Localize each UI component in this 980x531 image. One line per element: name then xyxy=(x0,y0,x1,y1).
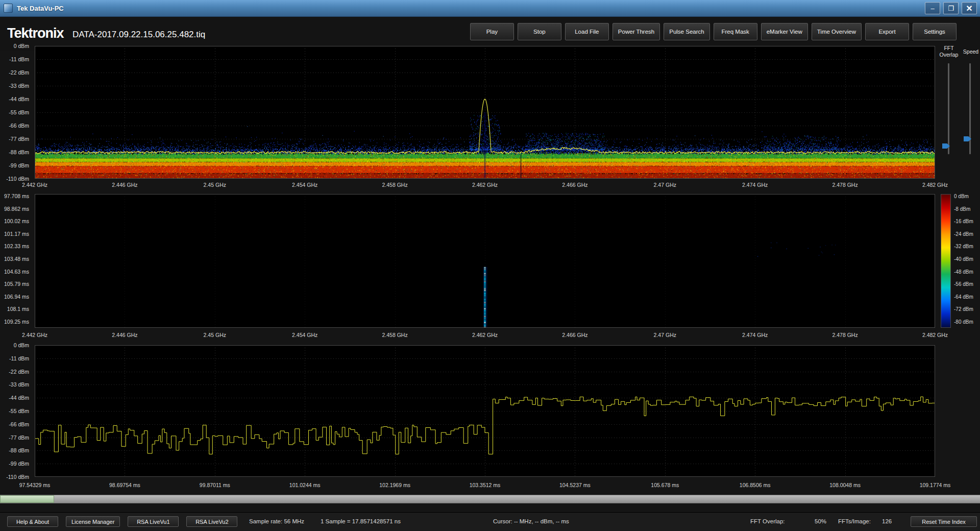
tick-label: -44 dBm xyxy=(9,96,29,102)
toolbar-buttons: PlayStopLoad FilePower ThreshPulse Searc… xyxy=(470,23,957,40)
ffts-per-image-label: FFTs/Image: xyxy=(838,518,871,524)
tick-label: 2.458 GHz xyxy=(382,332,407,338)
tick-label: -66 dBm xyxy=(9,123,29,129)
toolbar-button-export[interactable]: Export xyxy=(865,23,909,40)
tick-label: -32 dBm xyxy=(954,244,973,249)
spectrum-plot[interactable] xyxy=(35,46,935,179)
tick-label: -22 dBm xyxy=(9,369,29,375)
tick-label: -110 dBm xyxy=(6,176,29,182)
maximize-button[interactable]: ❐ xyxy=(943,2,959,14)
tick-label: 2.47 GHz xyxy=(654,182,676,188)
tick-label: 2.482 GHz xyxy=(922,332,948,338)
sample-rate-text: Sample rate: 56 MHz xyxy=(249,518,304,524)
tick-label: 0 dBm xyxy=(14,43,29,49)
tick-label: 2.462 GHz xyxy=(472,182,498,188)
tick-label: -11 dBm xyxy=(9,56,29,62)
speed-slider-track[interactable] xyxy=(969,63,971,154)
tick-label: 109.1774 ms xyxy=(920,482,951,488)
statusbar-button-rsa-livevu2[interactable]: RSA LiveVu2 xyxy=(186,516,237,527)
tick-label: 2.474 GHz xyxy=(742,332,768,338)
tick-label: 104.63 ms xyxy=(4,269,29,275)
tick-label: 2.446 GHz xyxy=(112,332,137,338)
fft-overlap-status-label: FFT Overlap: xyxy=(750,518,785,524)
minimize-button[interactable]: – xyxy=(925,2,940,14)
toolbar-button-power-thresh[interactable]: Power Thresh xyxy=(612,23,660,40)
time-scrollbar-thumb[interactable] xyxy=(0,495,54,503)
speed-slider-label: Speed xyxy=(962,49,980,55)
tick-label: 101.17 ms xyxy=(4,231,29,237)
tick-label: 100.02 ms xyxy=(4,218,29,224)
close-button[interactable]: ✕ xyxy=(962,2,977,14)
tick-label: 2.454 GHz xyxy=(292,182,317,188)
spectrum-x-axis: 2.442 GHz2.446 GHz2.45 GHz2.454 GHz2.458… xyxy=(35,182,935,188)
tick-label: -33 dBm xyxy=(9,381,29,388)
fft-overlap-slider-track[interactable] xyxy=(948,63,949,154)
tick-label: 2.466 GHz xyxy=(562,332,587,338)
tick-label: -11 dBm xyxy=(9,355,29,361)
tick-label: 105.79 ms xyxy=(4,281,29,287)
cursor-readout: Cursor: -- MHz, -- dBm, -- ms xyxy=(493,518,569,524)
fft-overlap-slider-label: FFT Overlap xyxy=(936,45,962,58)
tick-label: -48 dBm xyxy=(954,269,973,274)
toolbar-button-pulse-search[interactable]: Pulse Search xyxy=(664,23,709,40)
loaded-file-name: DATA-2017.09.22.15.06.25.482.tiq xyxy=(72,30,205,40)
fft-overlap-status-value: 50% xyxy=(815,518,826,524)
power-y-axis: 0 dBm-11 dBm-22 dBm-33 dBm-44 dBm-55 dBm… xyxy=(0,345,32,477)
spectrum-y-axis: 0 dBm-11 dBm-22 dBm-33 dBm-44 dBm-55 dBm… xyxy=(0,46,32,179)
tick-label: 2.47 GHz xyxy=(654,332,676,338)
statusbar-button-help-about[interactable]: Help & About xyxy=(7,516,58,527)
statusbar-button-rsa-livevu1[interactable]: RSA LiveVu1 xyxy=(128,516,179,527)
sample-period-text: 1 Sample = 17.8571428571 ns xyxy=(321,518,401,524)
tick-label: 2.458 GHz xyxy=(382,182,407,188)
tick-label: -40 dBm xyxy=(954,256,973,262)
tick-label: 98.862 ms xyxy=(4,206,29,212)
power-vs-time-plot[interactable] xyxy=(35,345,935,477)
tick-label: -88 dBm xyxy=(9,149,29,155)
tick-label: 102.33 ms xyxy=(4,243,29,249)
spectrogram-plot[interactable] xyxy=(35,194,935,328)
tick-label: 97.54329 ms xyxy=(19,482,51,488)
tick-label: 2.454 GHz xyxy=(292,332,317,338)
tick-label: 0 dBm xyxy=(14,342,29,348)
tick-label: -99 dBm xyxy=(9,461,29,467)
tick-label: 109.25 ms xyxy=(4,319,29,325)
tick-label: -44 dBm xyxy=(9,395,29,401)
tick-label: 2.442 GHz xyxy=(22,182,47,188)
tick-label: 2.45 GHz xyxy=(204,332,226,338)
tick-label: 106.8506 ms xyxy=(740,482,771,488)
time-scrollbar[interactable] xyxy=(0,495,980,503)
tick-label: 98.69754 ms xyxy=(109,482,140,488)
app-icon xyxy=(4,4,13,13)
tick-label: 97.708 ms xyxy=(4,193,29,199)
toolbar-button-freq-mask[interactable]: Freq Mask xyxy=(714,23,757,40)
toolbar-button-settings[interactable]: Settings xyxy=(913,23,957,40)
tick-label: -66 dBm xyxy=(9,421,29,427)
tick-label: -22 dBm xyxy=(9,69,29,76)
status-bar: Help & AboutLicense ManagerRSA LiveVu1RS… xyxy=(0,512,980,531)
tick-label: -55 dBm xyxy=(9,109,29,115)
tick-label: -88 dBm xyxy=(9,447,29,453)
spectrogram-y-axis: 97.708 ms98.862 ms100.02 ms101.17 ms102.… xyxy=(0,196,32,322)
tick-label: -56 dBm xyxy=(954,281,973,287)
tick-label: 2.462 GHz xyxy=(472,332,498,338)
tick-label: -99 dBm xyxy=(9,162,29,168)
tick-label: 0 dBm xyxy=(954,194,969,199)
reset-time-index-button[interactable]: Reset Time Index xyxy=(911,516,977,527)
tick-label: 105.678 ms xyxy=(651,482,679,488)
tick-label: -77 dBm xyxy=(9,136,29,142)
tick-label: 101.0244 ms xyxy=(289,482,321,488)
tick-label: 108.1 ms xyxy=(7,306,29,312)
toolbar-button-load-file[interactable]: Load File xyxy=(565,23,609,40)
toolbar-button-time-overview[interactable]: Time Overview xyxy=(812,23,862,40)
statusbar-button-license-manager[interactable]: License Manager xyxy=(66,516,120,527)
tick-label: 2.474 GHz xyxy=(742,182,768,188)
toolbar-button-play[interactable]: Play xyxy=(470,23,514,40)
tick-label: -8 dBm xyxy=(954,206,970,211)
tek-datavu-window: Tek DataVu-PC – ❐ ✕ Tektronix DATA-2017.… xyxy=(0,0,980,531)
tick-label: -55 dBm xyxy=(9,408,29,414)
tick-label: 102.1969 ms xyxy=(379,482,410,488)
toolbar-button-emarker-view[interactable]: eMarker View xyxy=(761,23,808,40)
toolbar-button-stop[interactable]: Stop xyxy=(518,23,561,40)
tektronix-logo: Tektronix xyxy=(7,26,64,41)
power-x-axis: 97.54329 ms98.69754 ms99.87011 ms101.024… xyxy=(35,482,935,489)
